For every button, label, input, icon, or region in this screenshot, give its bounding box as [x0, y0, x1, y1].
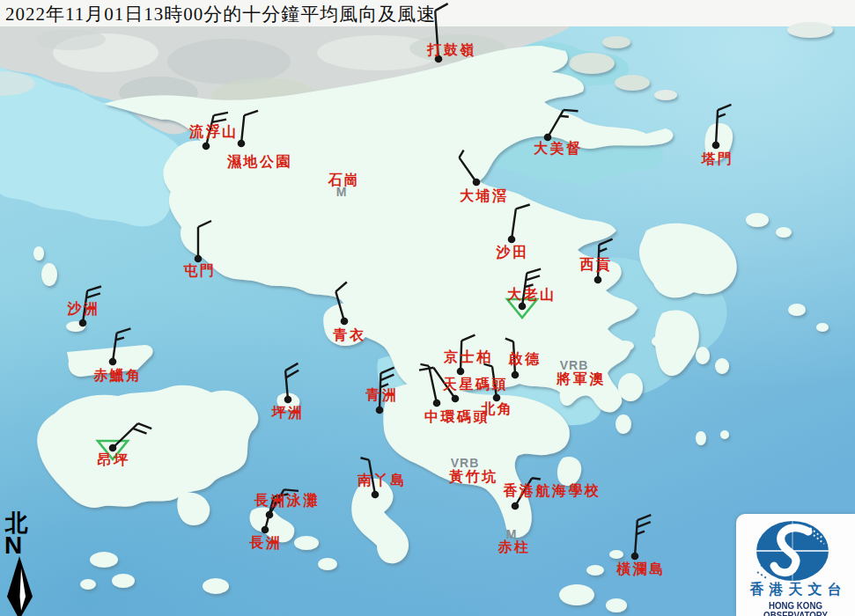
station-dot — [195, 255, 203, 263]
station-dot — [203, 143, 210, 150]
station-label-cheung-chau-beach: 長洲泳灘 — [254, 492, 320, 508]
station-dot — [512, 371, 520, 379]
station-labels: 打鼓嶺流浮山濕地公園M石崗大美督塔門大埔滘屯門沙田西貢沙洲大老山青衣赤鱲角京士柏… — [67, 42, 734, 576]
station-label-tsing-yi: 青衣 — [333, 327, 366, 342]
wind-barb-icon — [198, 221, 211, 259]
hko-logo-emblem-icon — [736, 514, 855, 584]
station-label-peng-chau: 坪洲 — [271, 405, 305, 420]
wind-barb-icon — [716, 104, 731, 146]
station-marker-tseung-kwan-o: VRB — [560, 358, 589, 372]
station-peng-chau — [284, 363, 301, 403]
station-dot — [79, 319, 87, 327]
map-title: 2022年11月01日13時00分的十分鐘平均風向及風速 — [5, 2, 436, 26]
station-dot — [262, 526, 269, 534]
station-label-tseung-kwan-o: 將軍澳 — [556, 371, 606, 386]
station-dot — [631, 553, 639, 561]
wind-barb-icon — [241, 109, 258, 144]
wind-barb-icon — [512, 202, 530, 241]
station-label-stanley: 赤柱 — [498, 539, 531, 554]
hko-logo-title-cjk: 香港天文台 — [736, 581, 855, 599]
station-label-sai-kung: 西貢 — [579, 257, 613, 273]
station-label-waglan-island: 橫瀾島 — [615, 561, 666, 576]
station-dot — [109, 358, 117, 366]
wind-barb-icon — [548, 105, 578, 144]
station-dot — [433, 400, 441, 407]
hko-logo-title-en: HONG KONG OBSERVATORY — [738, 601, 853, 616]
wind-barb-icon — [113, 326, 130, 363]
station-label-chek-lap-kok: 赤鱲角 — [92, 368, 143, 383]
station-dot — [238, 140, 246, 148]
station-tuen-mun — [195, 221, 211, 262]
station-label-sha-chau: 沙洲 — [67, 301, 100, 316]
station-dot — [473, 179, 481, 187]
station-label-kings-park: 京士柏 — [443, 348, 493, 364]
station-chek-lap-kok — [109, 326, 131, 365]
station-dot — [109, 444, 117, 452]
station-dot — [512, 502, 520, 510]
station-marker-wong-chuk-hang: VRB — [451, 456, 480, 470]
wind-barb-icon — [334, 282, 357, 321]
station-tap-mun — [712, 104, 732, 149]
station-label-wetland-park: 濕地公園 — [226, 154, 292, 170]
station-label-wong-chuk-hang: 黃竹坑 — [448, 469, 498, 484]
station-dot — [452, 395, 460, 403]
station-dot — [457, 368, 465, 376]
station-label-sha-tin: 沙田 — [496, 245, 529, 260]
station-dot — [376, 407, 384, 414]
compass: 北 N — [4, 512, 42, 616]
hko-logo: 香港天文台 HONG KONG OBSERVATORY — [736, 514, 855, 616]
station-tai-mei-tuk — [544, 105, 579, 144]
wind-map-app: 打鼓嶺流浮山濕地公園M石崗大美督塔門大埔滘屯門沙田西貢沙洲大老山青衣赤鱲角京士柏… — [0, 0, 855, 616]
station-label-kai-tak: 啟德 — [508, 351, 542, 366]
compass-north-letter: N — [4, 535, 42, 556]
station-dot — [493, 394, 501, 402]
station-wetland-park — [238, 109, 258, 147]
station-label-tap-mun: 塔門 — [701, 151, 734, 166]
station-waglan-island — [631, 514, 652, 560]
station-label-shek-kong: 石崗 — [328, 172, 361, 187]
north-arrow-icon — [4, 556, 40, 616]
station-dot — [372, 491, 380, 499]
station-dot — [712, 142, 720, 150]
station-tsing-yi — [334, 282, 357, 325]
station-dot — [544, 134, 552, 142]
station-label-cheung-chau: 長洲 — [249, 535, 283, 550]
station-label-green-island: 青洲 — [365, 387, 399, 402]
station-label-lamma-island: 南丫島 — [357, 473, 407, 488]
station-label-tai-po-kau: 大埔滘 — [460, 187, 509, 203]
station-dot — [508, 236, 516, 244]
station-label-ngong-ping: 昂坪 — [98, 452, 130, 467]
station-dot — [341, 318, 349, 326]
wind-barb-icon — [285, 363, 301, 400]
station-dot — [284, 396, 292, 404]
station-label-star-ferry-pier: 天星碼頭 — [442, 377, 508, 392]
stations-layer: 打鼓嶺流浮山濕地公園M石崗大美督塔門大埔滘屯門沙田西貢沙洲大老山青衣赤鱲角京士柏… — [0, 0, 855, 616]
station-label-tuen-mun: 屯門 — [183, 263, 217, 278]
wind-barb-icon — [457, 150, 483, 182]
station-label-tai-mei-tuk: 大美督 — [534, 140, 583, 156]
station-label-tates-cairn: 大老山 — [507, 287, 556, 302]
station-label-central-pier: 中環碼頭 — [424, 409, 490, 425]
station-label-lau-fau-shan: 流浮山 — [188, 123, 239, 139]
station-tai-po-kau — [457, 150, 483, 187]
station-dot — [519, 303, 527, 311]
station-label-hk-sea-school: 香港航海學校 — [503, 482, 601, 498]
station-sha-tin — [508, 202, 530, 243]
station-label-ta-kwu-ling: 打鼓嶺 — [426, 42, 476, 57]
station-dot — [594, 276, 602, 284]
wind-barb-icon — [635, 514, 651, 557]
